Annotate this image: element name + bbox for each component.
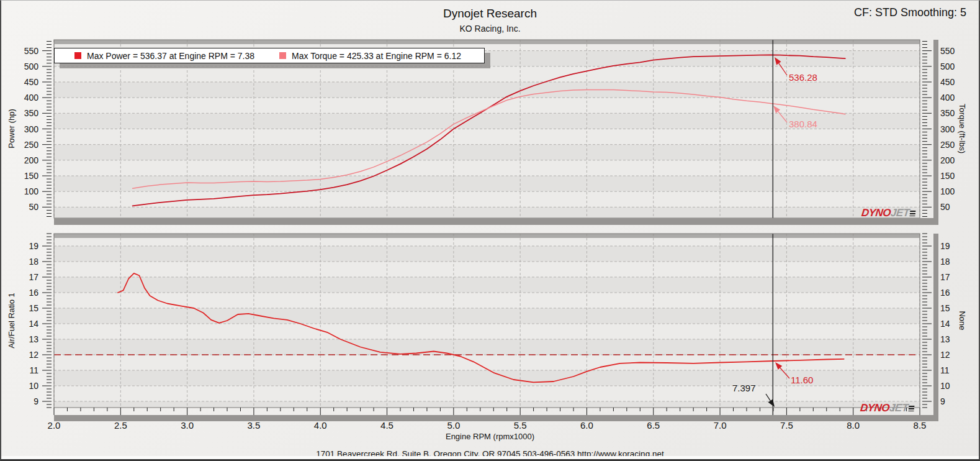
dynojet-logo-jet-text: JET	[889, 402, 909, 414]
y-tick-label-left: 18	[29, 257, 38, 267]
y-tick-label-right: 100	[940, 186, 955, 196]
y-tick-label-right: 50	[940, 202, 950, 212]
y-tick-label-left: 14	[29, 319, 38, 329]
x-tick-label: 3.5	[247, 420, 260, 431]
legend-max-power-label: Max Power = 536.37 at Engine RPM = 7.38	[87, 51, 254, 61]
x-tick-label: 4.5	[380, 420, 393, 431]
plot-band	[54, 293, 920, 308]
right-axis-none-title: None	[958, 311, 967, 330]
y-tick-label-right: 13	[940, 334, 950, 344]
plot-bevel-top	[54, 40, 920, 44]
y-tick-label-left: 400	[24, 93, 39, 103]
x-tick-label: 2.5	[114, 420, 127, 431]
plot-band	[54, 324, 920, 339]
y-tick-label-left: 250	[24, 140, 39, 150]
y-tick-label-right: 15	[940, 303, 950, 313]
x-tick-label: 6.0	[580, 420, 593, 431]
chart-legend: Max Power = 536.37 at Engine RPM = 7.38 …	[54, 48, 485, 63]
y-tick-label-left: 17	[29, 272, 38, 282]
x-tick-label: 6.5	[647, 420, 660, 431]
y-tick-label-left: 15	[29, 303, 38, 313]
plot-band	[54, 160, 920, 176]
y-tick-label-right: 19	[940, 241, 950, 251]
plot-bevel-right	[933, 234, 938, 421]
cursor-afr-value: 11.60	[791, 375, 813, 385]
y-tick-label-right: 10	[940, 381, 950, 391]
y-tick-label-left: 150	[24, 171, 39, 181]
y-tick-label-left: 9	[34, 396, 38, 406]
y-tick-label-left: 12	[29, 350, 38, 360]
y-tick-label-right: 11	[940, 365, 950, 375]
plot-bevel-right	[933, 40, 938, 225]
y-tick-label-left: 300	[24, 124, 39, 134]
x-tick-label: 8.5	[914, 420, 927, 431]
correction-smoothing-info: CF: STD Smoothing: 5	[854, 6, 966, 19]
y-tick-label-right: 550	[940, 46, 955, 56]
y-tick-label-left: 100	[24, 186, 39, 196]
y-tick-label-left: 13	[29, 334, 38, 344]
plot-bevel-bottom	[54, 218, 938, 225]
y-tick-label-left: 10	[29, 381, 38, 391]
y-tick-label-right: 300	[940, 124, 955, 134]
y-tick-label-left: 450	[24, 77, 39, 87]
cursor-rpm-value: 7.397	[732, 383, 756, 393]
y-tick-label-right: 17	[940, 272, 950, 282]
plot-band	[54, 277, 920, 293]
plot-band	[54, 355, 920, 370]
y-tick-label-left: 11	[29, 365, 38, 375]
y-tick-label-right: 16	[940, 288, 950, 298]
plot-band	[54, 401, 920, 408]
y-tick-label-right: 9	[940, 396, 945, 406]
x-axis-title: Engine RPM (rpmx1000)	[446, 432, 534, 441]
x-tick-label: 7.5	[780, 420, 793, 431]
page-subtitle: KO Racing, Inc.	[459, 24, 520, 34]
plot-band	[54, 145, 920, 160]
y-tick-label-left: 50	[29, 202, 38, 212]
plot-band	[54, 207, 920, 218]
x-tick-label: 7.0	[714, 420, 727, 431]
legend-entry-max-power: Max Power = 536.37 at Engine RPM = 7.38	[74, 51, 254, 61]
dynojet-logo: DYNOJET	[861, 207, 916, 219]
dynojet-logo-dyno-text: DYNO	[860, 402, 890, 414]
cursor-torque-value: 380.84	[789, 119, 817, 129]
x-tick-label: 5.5	[514, 420, 527, 431]
plot-band	[54, 129, 920, 145]
y-tick-label-right: 150	[940, 171, 955, 181]
x-tick-label: 4.0	[314, 420, 327, 431]
dynojet-logo-dyno-text: DYNO	[861, 207, 891, 219]
dynojet-logo-bars-icon	[908, 406, 914, 411]
x-tick-label: 2.0	[48, 420, 61, 431]
plot-bevel-top	[54, 234, 920, 238]
plot-band	[54, 82, 920, 98]
bottom-strip	[1, 456, 979, 459]
torque-series-swatch-icon	[279, 52, 286, 59]
plot-band	[54, 370, 920, 386]
y-tick-label-left: 550	[24, 46, 39, 56]
plot-band	[54, 386, 920, 401]
y-tick-label-left: 16	[29, 288, 38, 298]
y-tick-label-left: 19	[29, 241, 38, 251]
power-axis-title: Power (hp)	[7, 109, 16, 148]
y-tick-label-right: 12	[940, 350, 950, 360]
y-tick-label-right: 500	[940, 62, 955, 71]
y-tick-label-right: 14	[940, 319, 950, 329]
y-tick-label-left: 350	[24, 108, 39, 118]
y-tick-label-right: 18	[940, 257, 950, 267]
legend-max-torque-label: Max Torque = 425.33 at Engine RPM = 6.12	[292, 51, 461, 61]
torque-axis-title: Torque (ft-lbs)	[958, 104, 967, 153]
y-tick-label-right: 450	[940, 77, 955, 87]
dynojet-logo-lower: DYNOJET	[860, 402, 915, 414]
y-tick-label-right: 200	[940, 155, 955, 165]
y-tick-label-left: 500	[24, 62, 39, 71]
plot-band	[54, 246, 920, 262]
plot-band	[54, 308, 920, 324]
legend-entry-max-torque: Max Torque = 425.33 at Engine RPM = 6.12	[279, 51, 461, 61]
page-title: Dynojet Research	[443, 7, 537, 21]
charts-canvas: 5050100100150150200200250250300300350350…	[1, 1, 980, 461]
plot-band	[54, 339, 920, 355]
y-tick-label-right: 350	[940, 108, 955, 118]
afr-axis-title: Air/Fuel Ratio 1	[7, 293, 16, 349]
power-series-swatch-icon	[74, 52, 81, 59]
cursor-power-value: 536.28	[789, 72, 817, 83]
y-tick-label-left: 200	[24, 155, 39, 165]
